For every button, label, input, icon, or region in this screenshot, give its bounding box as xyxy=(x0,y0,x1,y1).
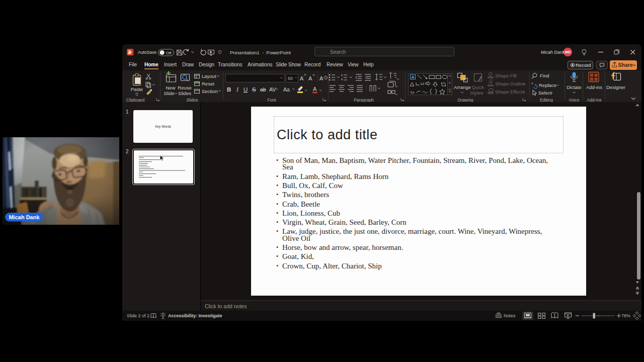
svg-text:Slides: Slides xyxy=(178,90,191,96)
svg-text:A: A xyxy=(308,75,312,81)
svg-text:Font: Font xyxy=(267,98,276,102)
svg-text:Layout: Layout xyxy=(202,73,216,79)
svg-text:U: U xyxy=(244,86,248,93)
svg-text:Slides: Slides xyxy=(186,98,198,102)
svg-text:Designer: Designer xyxy=(606,84,625,90)
svg-text:Aa: Aa xyxy=(283,86,290,93)
svg-text:Notes: Notes xyxy=(504,313,516,318)
svg-text:Add-ins: Add-ins xyxy=(586,84,602,90)
svg-text:Paste: Paste xyxy=(131,86,143,92)
svg-text:Reuse: Reuse xyxy=(178,85,191,90)
svg-text:ab: ab xyxy=(260,86,266,93)
svg-text:A: A xyxy=(313,86,317,92)
svg-text:S: S xyxy=(252,86,256,93)
svg-text:Micah Dank: Micah Dank xyxy=(9,214,40,220)
svg-text:Replace: Replace xyxy=(539,82,556,88)
svg-text:Shape Outline: Shape Outline xyxy=(495,81,525,86)
svg-text:Shape Effects: Shape Effects xyxy=(495,89,525,95)
svg-text:Add-ins: Add-ins xyxy=(587,98,602,102)
svg-text:Editing: Editing xyxy=(540,98,553,102)
svg-text:Clipboard: Clipboard xyxy=(126,98,145,102)
svg-text:Styles: Styles xyxy=(470,90,483,96)
svg-text:Share: Share xyxy=(618,62,633,68)
svg-text:Reset: Reset xyxy=(202,81,214,86)
svg-text:I: I xyxy=(236,86,239,93)
svg-text:Quick: Quick xyxy=(472,84,485,90)
svg-text:60: 60 xyxy=(288,76,293,81)
svg-text:MD: MD xyxy=(565,50,571,54)
svg-text:Slide: Slide xyxy=(164,90,174,96)
svg-text:B: B xyxy=(227,86,231,93)
svg-text:78%: 78% xyxy=(621,313,630,318)
svg-text:Accessibility: Investigate: Accessibility: Investigate xyxy=(168,313,222,318)
svg-text:A: A xyxy=(412,75,415,79)
svg-text:A: A xyxy=(319,75,324,81)
svg-text:New: New xyxy=(166,85,175,90)
svg-text:Drawing: Drawing xyxy=(457,98,473,102)
svg-text:AV: AV xyxy=(269,86,276,93)
svg-text:Off: Off xyxy=(166,51,172,55)
svg-text:Select: Select xyxy=(538,90,552,96)
svg-text:A: A xyxy=(300,75,304,81)
svg-text:Shape Fill: Shape Fill xyxy=(495,73,516,78)
svg-text:Record: Record xyxy=(576,62,591,68)
svg-text:Paragraph: Paragraph xyxy=(354,98,374,102)
svg-text:Dictate: Dictate xyxy=(567,84,582,90)
svg-text:P: P xyxy=(129,50,132,55)
svg-text:Arrange: Arrange xyxy=(454,84,471,90)
svg-text:Slide 2 of 2: Slide 2 of 2 xyxy=(127,313,149,318)
svg-text:Voice: Voice xyxy=(569,98,580,102)
svg-text:Find: Find xyxy=(540,73,549,78)
svg-text:Section: Section xyxy=(202,88,218,94)
